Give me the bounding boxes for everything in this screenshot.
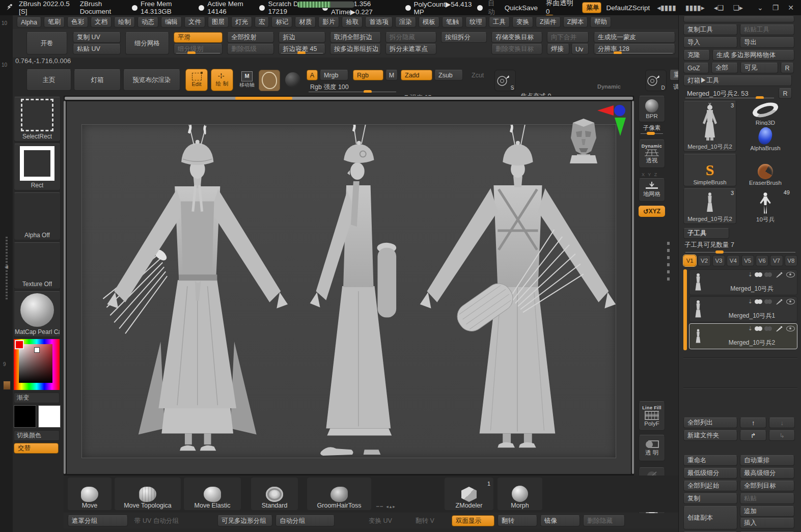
- merge-down-button[interactable]: 向下合并: [547, 32, 589, 43]
- panel-right-icon[interactable]: ❏▸: [731, 4, 745, 12]
- preview-boolean-button[interactable]: 预览布尔渲染: [123, 69, 180, 91]
- menu-picker[interactable]: 拾取: [342, 17, 363, 27]
- polyframe-button[interactable]: Line Fill PolyF: [639, 401, 665, 431]
- crease-tolerance-slider[interactable]: 折边容差 45: [279, 44, 325, 54]
- lightbox-tool-button[interactable]: 灯箱▶工具: [683, 75, 792, 86]
- menu-texture[interactable]: 纹理: [465, 17, 486, 27]
- uncrease-all-button[interactable]: 取消全部折边: [330, 32, 381, 43]
- mirror-button[interactable]: 镜像: [540, 515, 580, 526]
- subtool-tab-v8[interactable]: V8: [785, 255, 797, 266]
- material-slot[interactable]: MatCap Pearl Ca: [14, 291, 61, 337]
- dynamic-size-button[interactable]: D: [645, 70, 667, 91]
- double-sided-button[interactable]: 双面显示: [452, 515, 494, 526]
- dynamic-label[interactable]: Dynamic: [597, 83, 621, 90]
- secondary-color-swatch[interactable]: [38, 405, 61, 428]
- new-folder-button[interactable]: 新建文件夹: [683, 430, 737, 441]
- menu-marker[interactable]: 标记: [271, 17, 292, 27]
- paintbrush-icon[interactable]: [776, 272, 783, 278]
- auto-label[interactable]: 自动: [488, 0, 500, 17]
- highest-subdiv-button[interactable]: 最高级细分: [740, 468, 794, 479]
- menu-color[interactable]: 色彩: [67, 17, 88, 27]
- copy-subtool-button[interactable]: 复制: [683, 493, 737, 504]
- canvas-right-scrollbar[interactable]: [632, 101, 634, 474]
- uv-map-icon[interactable]: [766, 326, 772, 331]
- subdiv-level-slider[interactable]: 细分级别: [174, 44, 223, 54]
- move-out-button[interactable]: ↱: [740, 430, 766, 441]
- smooth-button[interactable]: 平滑: [174, 32, 223, 43]
- menu-zplugin[interactable]: Z插件: [536, 17, 561, 27]
- visibility-eye-icon[interactable]: [786, 326, 795, 331]
- alpha-slot[interactable]: Alpha Off: [14, 192, 61, 240]
- subtool-tab-v3[interactable]: V3: [712, 255, 725, 266]
- zscript-label[interactable]: DefaultZScript: [606, 4, 650, 12]
- gizmo-button[interactable]: M 移动轴: [238, 71, 256, 89]
- uv-map-icon[interactable]: [766, 272, 772, 277]
- ui-opacity-slider[interactable]: 界面透明 0: [543, 0, 577, 17]
- lightbox-button[interactable]: 灯箱: [74, 69, 121, 91]
- clone-button[interactable]: 克隆: [683, 50, 710, 61]
- project-all-button[interactable]: 全部投射: [227, 32, 274, 43]
- home-button[interactable]: 主页: [26, 69, 71, 91]
- menu-brush[interactable]: 笔刷: [44, 17, 65, 27]
- switch-color-button[interactable]: 切换颜色: [14, 430, 60, 441]
- list-all-button[interactable]: 全部列出: [683, 417, 737, 428]
- make-polymesh-button[interactable]: 生成 多边形网格物体: [712, 50, 794, 61]
- brush-zmodeler[interactable]: 1 ZModeler: [445, 478, 493, 510]
- menu-stroke[interactable]: 笔触: [442, 17, 463, 27]
- goz-all-button[interactable]: 全部: [711, 63, 738, 73]
- delete-hidden-button[interactable]: 删除隐藏: [583, 515, 625, 526]
- texture-slot[interactable]: Texture Off: [14, 242, 61, 289]
- draw-mode-button[interactable]: 绘 制: [211, 69, 233, 91]
- menu-tool[interactable]: 工具: [489, 17, 510, 27]
- minimize-icon[interactable]: ⌄: [755, 4, 765, 12]
- flip-button[interactable]: 翻转: [498, 515, 537, 526]
- xyz-axis-button[interactable]: ↺XYZ: [639, 206, 665, 217]
- rgb-intensity-slider[interactable]: Rgb 强度 100: [307, 82, 398, 93]
- brush-move-topological[interactable]: Move Topologica: [115, 478, 181, 510]
- edit-mode-button[interactable]: Edit: [185, 69, 208, 91]
- subtool-tab-v4[interactable]: V4: [727, 255, 739, 266]
- menu-render[interactable]: 渲染: [395, 17, 416, 27]
- menu-layer[interactable]: 图层: [208, 17, 229, 27]
- menu-zscript[interactable]: Z脚本: [563, 17, 588, 27]
- zadd-toggle[interactable]: Zadd: [401, 70, 432, 80]
- split-hidden-button[interactable]: 拆分隐藏: [385, 32, 436, 43]
- groups-split-button[interactable]: 按组拆分: [441, 32, 487, 43]
- tool-thumb-eraserbrush[interactable]: EraserBrush: [739, 154, 792, 186]
- menu-movie[interactable]: 影片: [318, 17, 339, 27]
- paintbrush-icon[interactable]: [776, 299, 783, 305]
- select-rect-tool[interactable]: SelectRect: [14, 97, 61, 142]
- menu-file[interactable]: 文件: [184, 17, 205, 27]
- tool-r-button[interactable]: R: [779, 88, 792, 99]
- subtool-tab-v2[interactable]: V2: [698, 255, 710, 266]
- current-material-sphere[interactable]: [283, 70, 303, 90]
- menu-preferences[interactable]: 首选项: [365, 17, 393, 27]
- subtool-tab-v7[interactable]: V7: [770, 255, 783, 266]
- merge-down-icon[interactable]: ⇣: [748, 298, 753, 305]
- tool-thumb-alphabrush[interactable]: AlphaBrush: [739, 127, 792, 152]
- copy-tool-button[interactable]: 复制工具: [683, 24, 737, 35]
- visibility-eye-icon[interactable]: [786, 272, 795, 277]
- brush-move[interactable]: Move: [68, 478, 112, 510]
- tool-thumb-10archer[interactable]: 49 10弓兵: [739, 188, 792, 224]
- subtool-tab-v1[interactable]: V1: [683, 255, 696, 266]
- left-scroll-arrow-icon[interactable]: ◀: [5, 264, 8, 269]
- crease-pg-button[interactable]: 按多边形组折边: [330, 44, 381, 54]
- move-down-button[interactable]: ↓: [769, 417, 795, 428]
- brush-groomhairtoss[interactable]: GroomHairToss: [307, 478, 371, 510]
- color-picker[interactable]: [14, 339, 60, 390]
- uv-auto-group-button[interactable]: 带 UV 自动分组: [131, 515, 207, 526]
- menu-transform[interactable]: 变换: [512, 17, 533, 27]
- all-to-start-button[interactable]: 全部到起始: [683, 481, 737, 491]
- stroke-curve-button[interactable]: S: [494, 70, 516, 91]
- menu-stencil[interactable]: 模板: [419, 17, 439, 27]
- menu-draw[interactable]: 绘制: [114, 17, 135, 27]
- subtool-item[interactable]: ⇣ Merged_10弓兵: [689, 269, 797, 295]
- insert-button[interactable]: 插入: [740, 518, 794, 528]
- divider-left-icon[interactable]: ◂▮▮▮▮: [655, 4, 678, 12]
- export-button[interactable]: 导出: [740, 37, 794, 48]
- zcut-toggle[interactable]: Zcut: [468, 70, 491, 80]
- canvas-h-scroll-handle[interactable]: [235, 97, 292, 100]
- panel-left-icon[interactable]: ◂❏: [712, 4, 726, 12]
- menu-material[interactable]: 材质: [295, 17, 316, 27]
